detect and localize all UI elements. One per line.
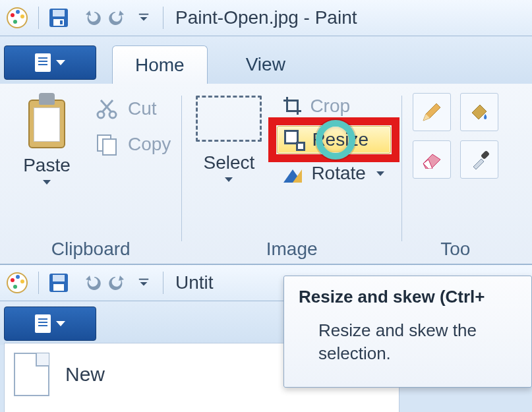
save-icon[interactable]	[48, 7, 69, 28]
resize-button[interactable]: Resize	[277, 126, 391, 154]
separator	[163, 7, 163, 29]
ribbon: Paste Cut Co	[0, 84, 532, 264]
customize-qat-icon[interactable]	[136, 11, 151, 24]
color-picker-tool[interactable]	[460, 140, 498, 179]
selection-marquee-icon	[196, 96, 262, 142]
cut-label: Cut	[128, 98, 157, 119]
redo-icon[interactable]	[107, 273, 127, 293]
svg-rect-9	[139, 14, 148, 15]
rotate-icon	[283, 164, 303, 183]
separator	[38, 7, 39, 29]
new-file-icon	[14, 353, 49, 396]
svg-point-19	[13, 285, 17, 289]
eraser-icon	[421, 150, 443, 169]
paste-button[interactable]: Paste	[11, 93, 83, 185]
svg-point-3	[20, 15, 24, 18]
paint-app-icon	[5, 271, 29, 295]
rotate-button[interactable]: Rotate	[277, 160, 391, 187]
dropdown-caret-icon	[43, 180, 51, 185]
tooltip-title: Resize and skew (Ctrl+	[299, 287, 517, 307]
crop-icon	[283, 97, 302, 115]
crop-label: Crop	[310, 96, 350, 117]
eyedropper-icon	[469, 148, 489, 171]
paste-label: Paste	[23, 155, 71, 176]
document-icon	[35, 53, 51, 72]
tab-view[interactable]: View	[223, 45, 308, 84]
scissors-icon	[95, 97, 119, 121]
svg-point-17	[16, 275, 20, 279]
undo-icon[interactable]	[82, 8, 102, 28]
customize-qat-icon[interactable]	[136, 276, 151, 289]
dropdown-caret-icon	[225, 177, 233, 182]
bucket-icon	[468, 101, 490, 123]
window-title: Untit	[175, 272, 214, 293]
svg-point-1	[11, 13, 15, 17]
group-tools: Too	[402, 93, 498, 264]
group-label-tools: Too	[440, 239, 470, 264]
window-title: Paint-Open.jpg - Paint	[175, 7, 357, 28]
copy-button[interactable]: Copy	[95, 132, 171, 156]
crop-button[interactable]: Crop	[277, 93, 391, 119]
pencil-icon	[421, 101, 443, 123]
svg-rect-14	[481, 150, 489, 160]
svg-point-2	[16, 10, 20, 14]
svg-point-18	[20, 280, 24, 283]
svg-rect-22	[53, 284, 64, 291]
quick-access-toolbar	[5, 6, 151, 30]
file-menu-button[interactable]	[4, 307, 96, 341]
clipboard-icon	[24, 93, 69, 151]
select-button[interactable]: Select	[192, 93, 265, 182]
document-icon	[35, 314, 51, 333]
save-icon[interactable]	[48, 272, 69, 293]
dropdown-caret-icon	[56, 60, 65, 65]
svg-rect-6	[53, 10, 65, 16]
dropdown-caret-icon	[56, 321, 65, 326]
fill-tool[interactable]	[460, 93, 498, 131]
svg-point-16	[11, 278, 15, 282]
select-label: Select	[203, 152, 254, 173]
dropdown-caret-icon	[376, 171, 384, 176]
eraser-tool[interactable]	[413, 140, 451, 179]
group-label-clipboard: Clipboard	[51, 239, 131, 264]
paint-app-icon	[5, 6, 29, 30]
svg-point-4	[13, 20, 17, 24]
rotate-label: Rotate	[311, 163, 366, 184]
tab-strip: Home View	[0, 36, 532, 84]
cut-button[interactable]: Cut	[95, 97, 171, 121]
group-image: Select Crop Resize	[182, 93, 401, 264]
svg-rect-8	[60, 20, 63, 24]
tooltip-resize: Resize and skew (Ctrl+ Resize and skew t…	[283, 276, 532, 388]
svg-rect-21	[53, 275, 65, 281]
menu-item-label: New	[65, 363, 105, 386]
tooltip-body: Resize and skew the selection.	[318, 319, 517, 365]
title-bar: Paint-Open.jpg - Paint	[0, 0, 532, 36]
pencil-tool[interactable]	[413, 93, 451, 131]
copy-label: Copy	[128, 134, 171, 155]
group-clipboard: Paste Cut Co	[0, 93, 181, 264]
copy-icon	[95, 132, 119, 156]
undo-icon[interactable]	[82, 273, 102, 293]
annotation-cursor-ring	[316, 120, 355, 160]
tab-home[interactable]: Home	[112, 45, 208, 84]
redo-icon[interactable]	[107, 8, 127, 28]
group-label-image: Image	[266, 239, 318, 264]
svg-rect-23	[139, 279, 148, 280]
resize-icon	[284, 130, 304, 150]
svg-rect-13	[103, 139, 116, 155]
file-menu-button[interactable]	[4, 45, 96, 80]
